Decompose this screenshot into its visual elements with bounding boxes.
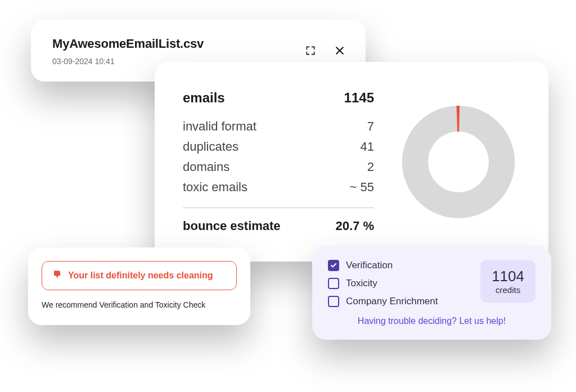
checkbox-empty-icon xyxy=(328,278,339,289)
credits-label: credits xyxy=(492,285,524,295)
option-label: Verification xyxy=(346,260,393,271)
warning-text: Your list definitely needs cleaning xyxy=(68,271,213,281)
stat-value: 2 xyxy=(367,160,374,174)
warning-badge: Your list definitely needs cleaning xyxy=(42,261,237,290)
option-verification[interactable]: Verification xyxy=(328,260,438,271)
checkbox-empty-icon xyxy=(328,296,339,307)
option-label: Company Enrichment xyxy=(346,296,438,307)
credits-value: 1104 xyxy=(492,268,524,285)
stat-emails-row: emails 1145 xyxy=(183,87,374,109)
help-link[interactable]: Having trouble deciding? Let us help! xyxy=(328,316,536,326)
file-card-actions xyxy=(304,44,346,57)
stat-label: emails xyxy=(183,90,225,106)
stat-label: toxic emails xyxy=(183,180,248,195)
options-list: Verification Toxicity Company Enrichment xyxy=(328,260,438,307)
thumbs-down-icon xyxy=(52,269,62,282)
stat-value: 41 xyxy=(361,139,374,154)
file-name: MyAwesomeEmailList.csv xyxy=(52,37,344,51)
warning-subtext: We recommend Verification and Toxicity C… xyxy=(42,300,237,309)
stat-label: bounce estimate xyxy=(183,219,281,233)
stat-label: invalid format xyxy=(183,119,256,134)
stat-row: duplicates 41 xyxy=(183,137,374,157)
donut-chart xyxy=(397,100,520,224)
expand-icon[interactable] xyxy=(304,44,317,57)
stat-bounce-row: bounce estimate 20.7 % xyxy=(183,216,374,236)
warning-card: Your list definitely needs cleaning We r… xyxy=(28,247,250,325)
stats-list: emails 1145 invalid format 7 duplicates … xyxy=(183,87,374,236)
stat-value: 20.7 % xyxy=(336,219,375,233)
stat-row: domains 2 xyxy=(183,157,374,177)
option-label: Toxicity xyxy=(346,278,377,289)
options-card: Verification Toxicity Company Enrichment… xyxy=(312,246,551,340)
checkbox-checked-icon xyxy=(328,260,339,271)
stat-row: toxic emails ~ 55 xyxy=(183,177,374,197)
stat-value: 7 xyxy=(367,119,374,134)
divider xyxy=(183,208,374,208)
stat-row: invalid format 7 xyxy=(183,116,374,137)
option-company-enrichment[interactable]: Company Enrichment xyxy=(328,296,438,307)
options-top: Verification Toxicity Company Enrichment… xyxy=(328,260,536,307)
stat-value: 1145 xyxy=(344,90,374,106)
stat-value: ~ 55 xyxy=(350,180,374,195)
credits-box: 1104 credits xyxy=(480,260,536,303)
option-toxicity[interactable]: Toxicity xyxy=(328,278,438,289)
close-icon[interactable] xyxy=(333,44,346,57)
stat-label: duplicates xyxy=(183,139,238,154)
stat-label: domains xyxy=(183,160,230,174)
stats-card: emails 1145 invalid format 7 duplicates … xyxy=(155,62,548,262)
